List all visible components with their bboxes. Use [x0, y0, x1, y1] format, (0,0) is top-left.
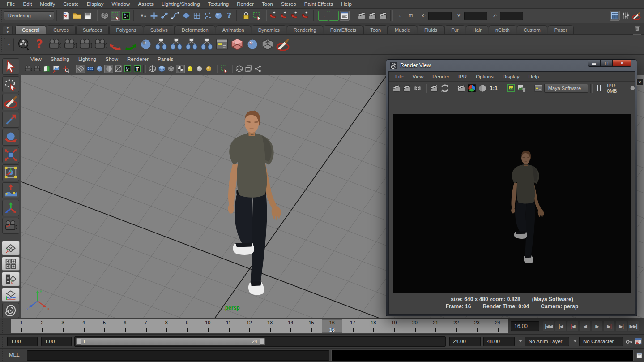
move-tool-icon[interactable] — [2, 112, 19, 128]
move-snap-icon[interactable] — [149, 11, 159, 21]
select-camera-icon[interactable] — [23, 65, 32, 73]
sculpt-tool-icon[interactable] — [631, 11, 641, 21]
sym-menu-icon[interactable]: ▽ — [395, 11, 405, 21]
shelf-tab-ncloth[interactable]: nCloth — [489, 25, 516, 34]
minimize-button[interactable]: ▬ — [588, 60, 600, 67]
hierarchy-up-icon[interactable] — [154, 37, 169, 52]
playback-end-field[interactable]: 24.00 — [449, 337, 481, 346]
viewport-menu-panels[interactable]: Panels — [153, 56, 178, 62]
snapshot-icon[interactable] — [413, 83, 422, 94]
animation-end-field[interactable]: 48.00 — [483, 337, 515, 346]
refresh-ipr-icon[interactable] — [440, 83, 450, 94]
current-time-field[interactable]: 16.00 — [511, 321, 539, 331]
hierarchy-leaf-icon[interactable] — [199, 37, 214, 52]
sphere-snap-icon[interactable] — [213, 11, 223, 21]
render-view-menu-options[interactable]: Options — [471, 74, 498, 79]
rgb-channels-icon[interactable] — [467, 83, 477, 94]
go-to-end-button[interactable]: ▶▶| — [627, 321, 639, 332]
paint-effects-brush-icon[interactable] — [275, 37, 290, 52]
timeline-frame-3[interactable]: 3 — [53, 319, 73, 333]
scale-tool-icon[interactable] — [2, 147, 19, 164]
last-tool-icon[interactable] — [2, 218, 19, 234]
shelf-item-menu-button[interactable]: ▼ — [4, 38, 14, 51]
timeline-frame-10[interactable]: 10 — [197, 319, 218, 333]
shaded-mode-icon[interactable] — [95, 65, 104, 73]
command-language-toggle[interactable]: MEL — [9, 352, 20, 358]
new-scene-icon[interactable] — [61, 11, 71, 21]
shelf-tab-poser[interactable]: Poser — [548, 25, 574, 34]
redo-arrow-icon[interactable] — [123, 37, 138, 52]
viewport-menu-view[interactable]: View — [26, 56, 46, 62]
snap-help-icon[interactable] — [224, 11, 234, 21]
hierarchy-down-icon[interactable] — [184, 37, 199, 52]
shelf-tab-fur[interactable]: Fur — [444, 25, 465, 34]
soft-modification-icon[interactable] — [2, 182, 19, 199]
shelf-tab-custom[interactable]: Custom — [517, 25, 547, 34]
menu-file[interactable]: File — [3, 0, 19, 9]
shelf-tab-muscle[interactable]: Muscle — [388, 25, 417, 34]
plane-snap-icon[interactable] — [181, 11, 191, 21]
shelf-menu-button[interactable]: ▼▼ — [3, 26, 13, 34]
animation-preferences-icon[interactable] — [635, 337, 642, 345]
undo-arrow-icon[interactable] — [108, 37, 123, 52]
play-backwards-button[interactable]: ◀ — [579, 321, 591, 332]
render-globals-icon[interactable] — [17, 37, 32, 52]
go-to-start-button[interactable]: |◀◀ — [543, 321, 554, 332]
timeline-frame-4[interactable]: 4 — [73, 319, 94, 333]
channel-sliders-icon[interactable] — [621, 11, 631, 21]
delete-unused-icon[interactable] — [138, 37, 154, 52]
menu-help[interactable]: Help — [337, 0, 356, 9]
command-input-field[interactable] — [27, 350, 329, 361]
timeline-frame-21[interactable]: 21 — [425, 319, 446, 333]
camera-roll-icon[interactable] — [93, 37, 108, 52]
universal-manipulator-icon[interactable] — [2, 164, 19, 181]
grid-toggle-icon[interactable] — [76, 65, 85, 73]
timeline-frame-9[interactable]: 9 — [177, 319, 197, 333]
rotate-tool-icon[interactable] — [2, 129, 19, 146]
pause-ipr-icon[interactable] — [597, 85, 601, 91]
two-d-pan-zoom-icon[interactable] — [61, 65, 70, 73]
construction-history-icon[interactable] — [340, 11, 350, 21]
character-model[interactable] — [217, 108, 292, 297]
range-drag-handle[interactable] — [1, 336, 4, 347]
camera-dolly-icon[interactable] — [77, 37, 93, 52]
auto-keyframe-icon[interactable] — [626, 338, 633, 345]
camera-rotate-icon[interactable] — [47, 37, 62, 52]
delete-shelf-trash-icon[interactable] — [633, 24, 642, 32]
sym-object-icon[interactable]: ⊞ — [406, 11, 416, 21]
ambient-light-icon[interactable] — [195, 65, 204, 73]
layout-outliner-persp-icon[interactable] — [2, 272, 20, 286]
command-result-field[interactable] — [331, 350, 634, 361]
point-magnet-icon[interactable] — [290, 11, 300, 21]
wire-cube-icon[interactable] — [148, 65, 157, 73]
range-slider-trough[interactable]: 1 24 — [74, 336, 446, 347]
timeline-frame-18[interactable]: 18 — [363, 319, 384, 333]
timeline-frame-12[interactable]: 12 — [239, 319, 260, 333]
menu-texturing[interactable]: Texturing — [204, 0, 233, 9]
shelf-drag-handle[interactable] — [0, 36, 3, 52]
hierarchy-mid-icon[interactable] — [169, 37, 184, 52]
shared-nodes-icon[interactable] — [253, 65, 262, 73]
highlight-selection-icon[interactable] — [252, 11, 262, 21]
shelf-tab-surfaces[interactable]: Surfaces — [76, 25, 109, 34]
use-all-lights-icon[interactable] — [176, 65, 185, 73]
hypergraph-icon[interactable] — [214, 37, 230, 52]
timeline-frame-16[interactable]: 1616 — [322, 319, 342, 333]
menu-edit[interactable]: Edit — [19, 0, 36, 9]
character-set-field[interactable]: No Character Set — [579, 337, 623, 346]
wireframe-mode-icon[interactable] — [104, 65, 113, 73]
group-objects-icon[interactable] — [260, 37, 275, 52]
shelf-tab-curves[interactable]: Curves — [47, 25, 76, 34]
xray-mode-icon[interactable] — [114, 65, 123, 73]
select-object-icon[interactable] — [111, 11, 120, 21]
chevron-down-icon[interactable] — [573, 340, 577, 342]
menu-modify[interactable]: Modify — [36, 0, 59, 9]
image-plane-icon[interactable] — [51, 65, 60, 73]
shelf-tab-dynamics[interactable]: Dynamics — [252, 25, 286, 34]
ipr-render-frame-icon[interactable] — [429, 83, 439, 94]
menu-lighting-shading[interactable]: Lighting/Shading — [158, 0, 204, 9]
lattice-snap-icon[interactable] — [192, 11, 202, 21]
timeline-frame-11[interactable]: 11 — [218, 319, 239, 333]
region-render-icon[interactable] — [456, 83, 466, 94]
menu-window[interactable]: Window — [107, 0, 134, 9]
